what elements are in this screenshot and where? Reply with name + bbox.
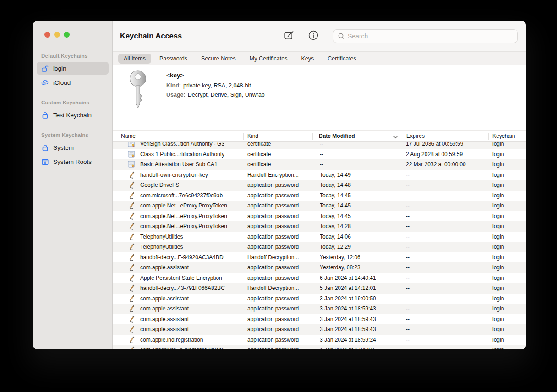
category-tabbar: All ItemsPasswordsSecure NotesMy Certifi… — [113, 52, 526, 65]
cell-expires: -- — [406, 192, 410, 199]
cell-expires: -- — [406, 264, 410, 271]
cell-kind: application password — [247, 202, 299, 209]
table-row[interactable]: TelephonyUtilitiesapplication passwordTo… — [113, 232, 526, 242]
cell-expires: -- — [406, 275, 410, 281]
tab-secure-notes[interactable]: Secure Notes — [196, 54, 241, 64]
keychain-access-window: Default KeychainsloginiCloudCustom Keych… — [33, 21, 526, 349]
tab-passwords[interactable]: Passwords — [154, 54, 193, 64]
table-row[interactable]: VeriSign Class...tion Authority - G3cert… — [113, 142, 526, 149]
column-header-expires[interactable]: Expires — [406, 133, 425, 139]
root-store-icon — [41, 158, 49, 166]
key-icon — [126, 69, 150, 112]
cell-name: com.apple.assistant — [140, 305, 189, 312]
tab-certificates[interactable]: Certificates — [322, 54, 362, 64]
close-window-button[interactable] — [44, 32, 50, 38]
sort-chevron-down-icon — [393, 134, 398, 140]
cell-date-modified: 3 Jan 2024 at 18:59:43 — [320, 326, 376, 332]
cell-date-modified: -- — [320, 161, 323, 168]
table-row[interactable]: handoff-decry...F-94920AC3A4BDHandoff De… — [113, 252, 526, 263]
cell-kind: certificate — [247, 142, 271, 147]
cell-kind: application password — [247, 213, 299, 219]
kind-value: private key, RSA, 2,048-bit — [183, 82, 251, 89]
table-row[interactable]: com.apple.assistantapplication password3… — [113, 304, 526, 314]
cell-name: com.apple.Net...eProxy.ProxyToken — [140, 202, 227, 209]
table-row[interactable]: com.microsoft...7e6c94237f0c9abapplicati… — [113, 191, 526, 201]
locked-padlock-icon — [41, 144, 49, 152]
cell-name: handoff-decry...F-94920AC3A4BD — [140, 254, 224, 261]
sidebar: Default KeychainsloginiCloudCustom Keych… — [33, 21, 113, 349]
password-icon — [128, 264, 135, 271]
cell-date-modified: -- — [320, 142, 323, 147]
sidebar-item-label: login — [53, 65, 66, 72]
password-icon — [128, 181, 135, 189]
cell-keychain: login — [492, 161, 504, 168]
sidebar-item-system[interactable]: System — [37, 141, 109, 154]
column-header-keychain[interactable]: Keychain — [492, 133, 515, 139]
table-row[interactable]: Google DriveFSapplication passwordToday,… — [113, 180, 526, 191]
table-row[interactable]: com.apple.Net...eProxy.ProxyTokenapplica… — [113, 221, 526, 232]
table-row[interactable]: handoff-own-encryption-keyHandoff Encryp… — [113, 170, 526, 180]
sidebar-sections: Default KeychainsloginiCloudCustom Keych… — [37, 53, 109, 168]
info-button[interactable] — [307, 30, 319, 42]
table-row[interactable]: TelephonyUtilitiesapplication passwordTo… — [113, 242, 526, 252]
table-row[interactable]: com.apple.assistantapplication password3… — [113, 324, 526, 335]
cell-name: com.apple.assistant — [140, 295, 189, 302]
table-row[interactable]: Class 1 Public...rtification Authorityce… — [113, 149, 526, 160]
cell-date-modified: Today, 14:49 — [320, 172, 351, 178]
search-input[interactable] — [348, 33, 513, 40]
table-row[interactable]: Apple Persistent State Encryptionapplica… — [113, 273, 526, 283]
cell-date-modified: Today, 12:29 — [320, 244, 351, 250]
cell-keychain: login — [492, 316, 504, 322]
cell-keychain: login — [492, 202, 504, 209]
table-row[interactable]: com.1passwor...s-biometric-unlockapplica… — [113, 345, 526, 349]
cell-kind: application password — [247, 316, 299, 322]
table-row[interactable]: com.apple.assistantapplication password3… — [113, 314, 526, 325]
minimize-window-button[interactable] — [54, 32, 60, 38]
table-row[interactable]: com.apple.assistantapplication passwordY… — [113, 262, 526, 273]
cell-name: com.apple.assistant — [140, 326, 189, 332]
cell-keychain: login — [492, 234, 504, 240]
cell-date-modified: 6 Jan 2024 at 14:40:41 — [320, 275, 376, 281]
sidebar-item-system-roots[interactable]: System Roots — [37, 155, 109, 168]
column-header-name[interactable]: Name — [121, 133, 136, 139]
sidebar-item-icloud[interactable]: iCloud — [37, 76, 109, 89]
cell-date-modified: Today, 14:45 — [320, 202, 351, 209]
sidebar-item-label: System Roots — [53, 158, 92, 165]
tab-keys[interactable]: Keys — [295, 54, 319, 64]
table-row[interactable]: com.apple.Net...eProxy.ProxyTokenapplica… — [113, 211, 526, 222]
cell-date-modified: Yesterday, 12:06 — [320, 254, 360, 261]
sidebar-item-test-keychain[interactable]: Test Keychain — [37, 109, 109, 121]
cell-keychain: login — [492, 142, 504, 147]
sidebar-section: Default KeychainsloginiCloud — [37, 53, 109, 89]
compose-icon — [284, 30, 295, 43]
table-body: VeriSign Class...tion Authority - G3cert… — [113, 142, 526, 349]
column-header-kind[interactable]: Kind — [247, 133, 258, 139]
cell-keychain: login — [492, 172, 504, 178]
cell-keychain: login — [492, 182, 504, 188]
sidebar-section-label: Default Keychains — [41, 53, 109, 59]
cell-expires: -- — [406, 234, 410, 240]
cell-keychain: login — [492, 223, 504, 229]
cell-name: Google DriveFS — [140, 182, 179, 188]
tab-all-items[interactable]: All Items — [118, 54, 151, 64]
new-item-button[interactable] — [283, 30, 295, 42]
column-separator — [401, 133, 401, 140]
password-icon — [128, 295, 135, 302]
zoom-window-button[interactable] — [64, 32, 70, 38]
certificate-icon — [128, 151, 135, 158]
table-row[interactable]: com.apple.Net...eProxy.ProxyTokenapplica… — [113, 201, 526, 211]
cell-expires: -- — [406, 254, 410, 261]
column-header-date-modified[interactable]: Date Modified — [319, 133, 355, 139]
table-row[interactable]: Basic Attestation User Sub CA1certificat… — [113, 159, 526, 170]
table-row[interactable]: com.apple.assistantapplication password3… — [113, 294, 526, 304]
window-controls — [37, 32, 109, 38]
table-row[interactable]: com.apple.ind.registrationapplication pa… — [113, 335, 526, 345]
table-row[interactable]: handoff-decry...43-791F066A82BCHandoff D… — [113, 283, 526, 294]
tab-my-certificates[interactable]: My Certificates — [244, 54, 293, 64]
cell-keychain: login — [492, 254, 504, 261]
cell-keychain: login — [492, 347, 504, 349]
password-icon — [128, 346, 135, 349]
password-icon — [128, 233, 135, 240]
sidebar-item-login[interactable]: login — [37, 62, 109, 75]
password-icon — [128, 274, 135, 282]
